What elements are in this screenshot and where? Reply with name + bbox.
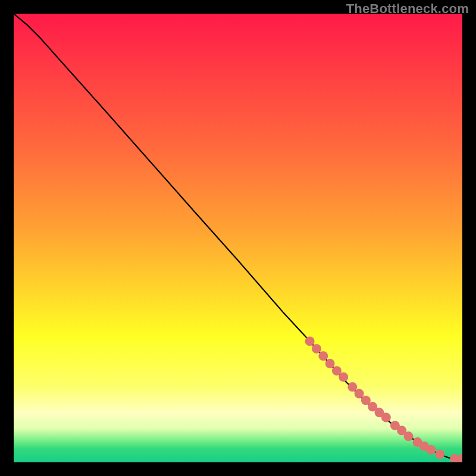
- chart-stage: TheBottleneck.com: [0, 0, 476, 476]
- curve-line: [14, 14, 462, 459]
- data-point: [381, 413, 391, 422]
- scatter-points: [305, 336, 462, 462]
- data-point: [458, 454, 462, 462]
- data-point: [325, 359, 335, 368]
- data-point: [404, 431, 414, 441]
- data-point: [318, 351, 328, 361]
- chart-svg: [14, 14, 462, 462]
- data-point: [435, 449, 444, 459]
- data-point: [339, 372, 348, 382]
- data-point: [355, 389, 364, 399]
- data-point: [347, 382, 357, 392]
- data-point: [312, 344, 321, 353]
- watermark-text: TheBottleneck.com: [346, 1, 469, 17]
- plot-area: [14, 14, 462, 462]
- data-point: [305, 336, 315, 346]
- data-point: [426, 445, 436, 455]
